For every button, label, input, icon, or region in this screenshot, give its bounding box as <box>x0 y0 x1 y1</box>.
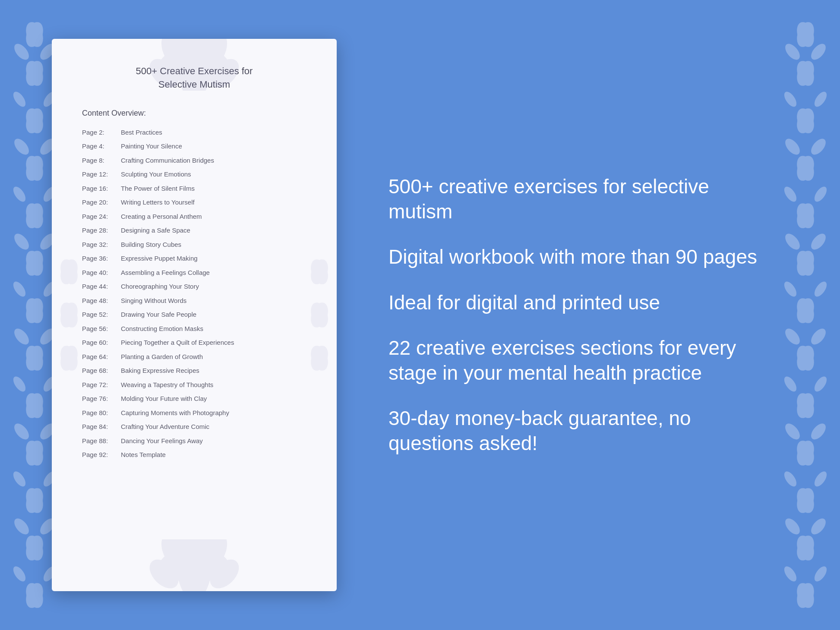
toc-title: Building Story Cubes <box>121 241 181 248</box>
toc-item: Page 2:Best Practices <box>82 126 306 140</box>
svg-point-143 <box>66 312 73 318</box>
toc-title: Expressive Puppet Making <box>121 255 198 262</box>
content-overview-label: Content Overview: <box>82 109 306 118</box>
feature-item: 30-day money-back guarantee, no question… <box>388 406 771 456</box>
toc-page-number: Page 72: <box>82 380 121 390</box>
toc-page-number: Page 24: <box>82 212 121 222</box>
table-of-contents: Page 2:Best PracticesPage 4:Painting You… <box>82 126 306 462</box>
toc-title: Best Practices <box>121 129 162 136</box>
page-watermark-top <box>121 39 268 91</box>
toc-page-number: Page 28: <box>82 226 121 236</box>
toc-page-number: Page 56: <box>82 324 121 334</box>
toc-title: Planting a Garden of Growth <box>121 353 203 360</box>
toc-item: Page 60:Piecing Together a Quilt of Expe… <box>82 336 306 350</box>
toc-title: Weaving a Tapestry of Thoughts <box>121 381 213 388</box>
toc-item: Page 76:Molding Your Future with Clay <box>82 392 306 406</box>
feature-item: Ideal for digital and printed use <box>388 290 771 315</box>
toc-item: Page 4:Painting Your Silence <box>82 139 306 154</box>
toc-item: Page 28:Designing a Safe Space <box>82 224 306 238</box>
page-watermark-bottom <box>121 539 268 591</box>
toc-item: Page 40:Assembling a Feelings Collage <box>82 266 306 280</box>
toc-item: Page 36:Expressive Puppet Making <box>82 252 306 266</box>
toc-title: Crafting Your Adventure Comic <box>121 423 209 430</box>
toc-item: Page 56:Constructing Emotion Masks <box>82 322 306 336</box>
svg-point-155 <box>316 355 323 362</box>
toc-page-number: Page 68: <box>82 366 121 376</box>
toc-item: Page 88:Dancing Your Feelings Away <box>82 434 306 448</box>
toc-title: Molding Your Future with Clay <box>121 395 207 402</box>
toc-item: Page 92:Notes Template <box>82 448 306 462</box>
toc-page-number: Page 12: <box>82 170 121 180</box>
page-watermark-left <box>52 250 86 380</box>
toc-item: Page 32:Building Story Cubes <box>82 238 306 252</box>
toc-title: Piecing Together a Quilt of Experiences <box>121 339 234 346</box>
toc-page-number: Page 64: <box>82 352 121 362</box>
toc-item: Page 52:Drawing Your Safe People <box>82 308 306 322</box>
features-panel: 500+ creative exercises for selective mu… <box>371 166 788 464</box>
svg-point-149 <box>316 268 323 275</box>
toc-title: The Power of Silent Films <box>121 185 195 192</box>
feature-item: 22 creative exercises sections for every… <box>388 336 771 385</box>
toc-item: Page 48:Singing Without Words <box>82 294 306 308</box>
svg-point-146 <box>66 355 73 362</box>
toc-page-number: Page 20: <box>82 198 121 208</box>
feature-item: 500+ creative exercises for selective mu… <box>388 174 771 224</box>
toc-page-number: Page 16: <box>82 184 121 194</box>
toc-page-number: Page 36: <box>82 254 121 264</box>
toc-page-number: Page 52: <box>82 310 121 320</box>
toc-page-number: Page 92: <box>82 450 121 460</box>
toc-title: Choreographing Your Story <box>121 283 199 290</box>
toc-title: Singing Without Words <box>121 297 186 304</box>
toc-page-number: Page 60: <box>82 338 121 348</box>
toc-page-number: Page 40: <box>82 268 121 278</box>
toc-title: Capturing Moments with Photography <box>121 409 229 416</box>
toc-item: Page 44:Choreographing Your Story <box>82 280 306 294</box>
toc-page-number: Page 32: <box>82 240 121 250</box>
toc-item: Page 84:Crafting Your Adventure Comic <box>82 420 306 434</box>
page-watermark-right <box>302 250 337 380</box>
toc-title: Constructing Emotion Masks <box>121 325 203 332</box>
feature-item: Digital workbook with more than 90 pages <box>388 245 771 270</box>
toc-item: Page 12:Sculpting Your Emotions <box>82 167 306 182</box>
document-mockup: 500+ Creative Exercises for Selective Mu… <box>52 39 337 591</box>
toc-title: Writing Letters to Yourself <box>121 198 195 206</box>
toc-item: Page 64:Planting a Garden of Growth <box>82 350 306 364</box>
toc-page-number: Page 44: <box>82 282 121 292</box>
toc-title: Assembling a Feelings Collage <box>121 269 210 276</box>
toc-item: Page 24:Creating a Personal Anthem <box>82 210 306 224</box>
toc-item: Page 20:Writing Letters to Yourself <box>82 195 306 210</box>
toc-page-number: Page 8: <box>82 156 121 166</box>
toc-item: Page 16:The Power of Silent Films <box>82 182 306 196</box>
toc-page-number: Page 88: <box>82 436 121 446</box>
toc-page-number: Page 4: <box>82 142 121 151</box>
toc-page-number: Page 48: <box>82 296 121 306</box>
toc-title: Notes Template <box>121 451 166 458</box>
toc-page-number: Page 84: <box>82 422 121 432</box>
toc-title: Dancing Your Feelings Away <box>121 437 203 444</box>
toc-item: Page 72:Weaving a Tapestry of Thoughts <box>82 378 306 392</box>
toc-title: Drawing Your Safe People <box>121 311 196 318</box>
toc-item: Page 80:Capturing Moments with Photograp… <box>82 406 306 420</box>
toc-page-number: Page 2: <box>82 128 121 138</box>
toc-title: Designing a Safe Space <box>121 227 190 234</box>
toc-item: Page 8:Crafting Communication Bridges <box>82 154 306 168</box>
toc-page-number: Page 76: <box>82 394 121 404</box>
toc-title: Creating a Personal Anthem <box>121 213 202 220</box>
toc-title: Crafting Communication Bridges <box>121 157 214 164</box>
toc-title: Painting Your Silence <box>121 142 182 150</box>
toc-title: Baking Expressive Recipes <box>121 367 199 374</box>
toc-title: Sculpting Your Emotions <box>121 170 191 178</box>
toc-item: Page 68:Baking Expressive Recipes <box>82 364 306 378</box>
toc-page-number: Page 80: <box>82 408 121 418</box>
svg-point-152 <box>316 312 323 318</box>
svg-point-140 <box>66 268 73 275</box>
main-layout: 500+ Creative Exercises for Selective Mu… <box>0 0 840 630</box>
